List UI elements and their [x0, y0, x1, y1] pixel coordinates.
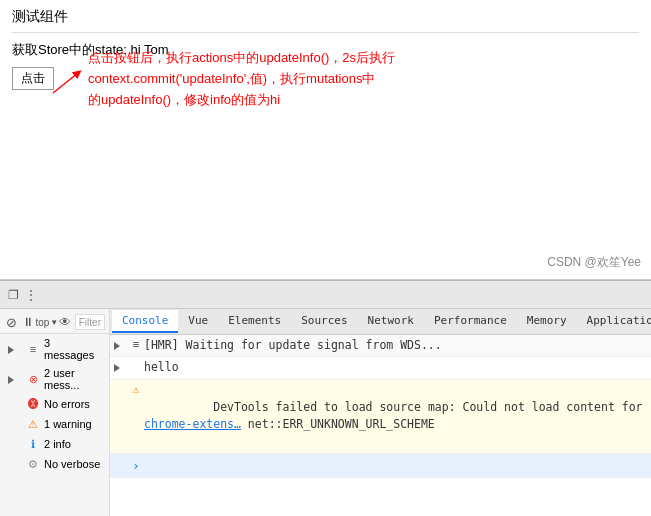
log-entry-hmr: ≡ [HMR] Waiting for update signal from W… [110, 335, 651, 357]
app-area: 测试组件 获取Store中的state: hi Tom 点击 点击按钮后，执行a… [0, 0, 651, 280]
verbose-icon: ⚙ [26, 457, 40, 471]
tab-network[interactable]: Network [358, 310, 424, 333]
sidebar-no-verbose[interactable]: ⚙ No verbose [0, 454, 109, 474]
filter-label: Filter [79, 317, 101, 328]
level-dropdown[interactable]: top ▼ [38, 313, 56, 331]
sidebar-3messages[interactable]: ≡ 3 messages [0, 334, 109, 364]
list-icon: ≡ [26, 342, 40, 356]
svg-line-1 [53, 73, 78, 93]
app-title: 测试组件 [12, 8, 639, 33]
devtools-tabs: ❐ ⋮ [0, 281, 651, 309]
devtools-more-icon[interactable]: ⋮ [22, 286, 40, 304]
error-icon: 🅧 [26, 397, 40, 411]
console-log: Console Vue Elements Sources Network Per… [110, 309, 651, 516]
clear-console-icon[interactable]: ⊘ [4, 313, 19, 331]
sidebar-1warning[interactable]: ⚠ 1 warning [0, 414, 109, 434]
log-entry-warning: ⚠ DevTools failed to load source map: Co… [110, 380, 651, 454]
tab-vue[interactable]: Vue [178, 310, 218, 333]
devtools-panel: ❐ ⋮ ⊘ ⏸ top ▼ 👁 Filter ≡ 3 messages [0, 280, 651, 516]
pause-icon[interactable]: ⏸ [21, 313, 36, 331]
sidebar-2info[interactable]: ℹ 2 info [0, 434, 109, 454]
devtools-sidebar: ⊘ ⏸ top ▼ 👁 Filter ≡ 3 messages ⊗ 2 user… [0, 309, 110, 516]
tab-elements[interactable]: Elements [218, 310, 291, 333]
devtools-body: ⊘ ⏸ top ▼ 👁 Filter ≡ 3 messages ⊗ 2 user… [0, 309, 651, 516]
tab-sources[interactable]: Sources [291, 310, 357, 333]
eye-icon[interactable]: 👁 [58, 313, 73, 331]
annotation-text: 点击按钮后，执行actions中的updateInfo()，2s后执行 cont… [88, 48, 395, 110]
tab-application[interactable]: Application [577, 310, 651, 333]
tab-console[interactable]: Console [112, 310, 178, 333]
warning-icon: ⚠ [26, 417, 40, 431]
log-entry-hello: hello [110, 357, 651, 379]
cursor-icon: › [128, 456, 144, 476]
arrow-icon [48, 68, 88, 98]
user-icon: ⊗ [26, 372, 40, 386]
info-icon: ℹ [26, 437, 40, 451]
watermark: CSDN @欢笙Yee [547, 254, 641, 271]
sidebar-no-errors[interactable]: 🅧 No errors [0, 394, 109, 414]
tab-memory[interactable]: Memory [517, 310, 577, 333]
sidebar-2usermess[interactable]: ⊗ 2 user mess... [0, 364, 109, 394]
log-warning-icon: ⚠ [128, 382, 144, 399]
devtools-dock-icon[interactable]: ❐ [4, 286, 22, 304]
log-cursor-row[interactable]: › [110, 454, 651, 479]
chrome-ext-link[interactable]: chrome-extens… [144, 417, 241, 431]
log-list-icon: ≡ [128, 337, 144, 354]
tab-performance[interactable]: Performance [424, 310, 517, 333]
